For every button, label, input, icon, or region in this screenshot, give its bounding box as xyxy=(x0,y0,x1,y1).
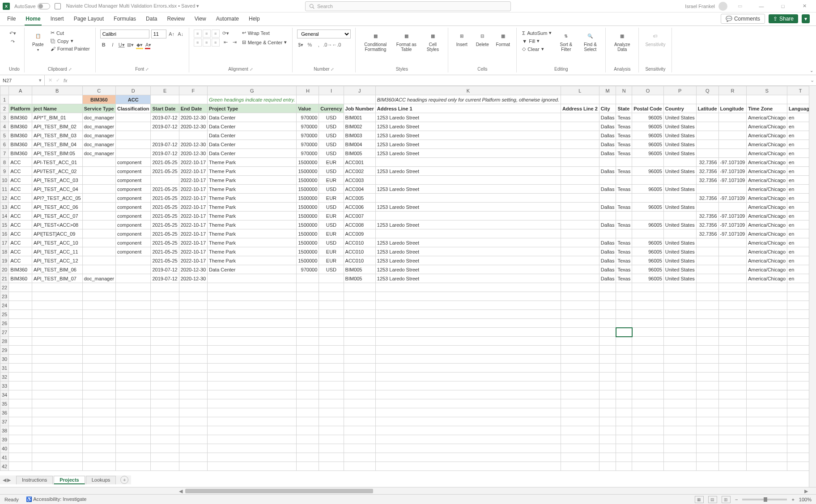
align-bottom-icon[interactable]: ≡ xyxy=(212,30,220,38)
cell[interactable] xyxy=(319,426,344,435)
cell[interactable] xyxy=(151,364,179,373)
cell[interactable]: -97.107109 xyxy=(718,220,747,229)
cell[interactable] xyxy=(82,256,115,265)
cell[interactable]: USD xyxy=(319,131,344,140)
decrease-indent-icon[interactable]: ⇤ xyxy=(222,38,230,46)
cell[interactable] xyxy=(663,373,696,381)
cell[interactable] xyxy=(32,399,82,408)
cell[interactable] xyxy=(115,328,151,337)
cell[interactable] xyxy=(179,453,207,462)
cell[interactable] xyxy=(208,337,297,346)
cell[interactable] xyxy=(82,355,115,364)
cell[interactable]: 1500000 xyxy=(297,247,319,256)
column-header-Q[interactable]: Q xyxy=(696,86,718,95)
cell[interactable]: 2022-10-17 xyxy=(179,158,207,167)
cell[interactable] xyxy=(9,453,32,462)
cell[interactable] xyxy=(561,390,599,399)
cell[interactable]: Dallas xyxy=(599,122,616,131)
cell[interactable]: doc_manager xyxy=(82,122,115,131)
cell[interactable]: America/Chicago xyxy=(747,256,787,265)
cell[interactable]: ACC xyxy=(115,95,151,104)
cell[interactable] xyxy=(696,462,718,471)
cell[interactable] xyxy=(718,426,747,435)
cell[interactable]: 1500000 xyxy=(297,185,319,194)
cell[interactable] xyxy=(632,417,664,426)
cell[interactable] xyxy=(115,283,151,292)
font-launcher-icon[interactable]: ⤢ xyxy=(145,67,149,72)
cell[interactable]: API_TEST_ACC_10 xyxy=(32,238,82,247)
cell[interactable]: component xyxy=(115,212,151,220)
cell[interactable] xyxy=(9,355,32,364)
cell[interactable] xyxy=(599,381,616,390)
cell[interactable]: ACC xyxy=(9,220,32,229)
select-all-corner[interactable] xyxy=(0,86,9,95)
cell[interactable] xyxy=(151,435,179,444)
cell[interactable] xyxy=(151,408,179,417)
cell[interactable]: Texas xyxy=(616,265,632,274)
cell[interactable] xyxy=(663,229,696,238)
cell[interactable] xyxy=(616,453,632,462)
column-header-G[interactable]: G xyxy=(208,86,297,95)
cell[interactable] xyxy=(696,131,718,140)
cell[interactable]: 970000 xyxy=(297,265,319,274)
cell[interactable] xyxy=(32,292,82,301)
cell[interactable] xyxy=(718,203,747,212)
cell[interactable] xyxy=(82,265,115,274)
cell[interactable]: ACC010 xyxy=(344,256,375,265)
cell[interactable] xyxy=(632,426,664,435)
row-header[interactable]: 32 xyxy=(0,373,9,381)
cell[interactable] xyxy=(696,355,718,364)
cell[interactable]: API?_TEST_ACC_05 xyxy=(32,194,82,203)
cell[interactable] xyxy=(599,346,616,355)
cell[interactable] xyxy=(599,283,616,292)
cell[interactable] xyxy=(115,408,151,417)
cell[interactable]: 970000 xyxy=(297,131,319,140)
cell[interactable]: BIM005 xyxy=(344,149,375,158)
cell[interactable]: API_TEST_BIM_07 xyxy=(32,274,82,283)
row-header[interactable]: 30 xyxy=(0,355,9,364)
cell[interactable] xyxy=(32,426,82,435)
row-header[interactable]: 17 xyxy=(0,238,9,247)
cell[interactable]: Texas xyxy=(616,220,632,229)
cell[interactable] xyxy=(561,220,599,229)
cell[interactable] xyxy=(696,364,718,373)
cell[interactable] xyxy=(718,381,747,390)
cell[interactable] xyxy=(632,301,664,310)
cell[interactable] xyxy=(208,399,297,408)
cell[interactable]: 1500000 xyxy=(297,167,319,176)
cell[interactable] xyxy=(561,247,599,256)
cell[interactable]: 1253 Laredo Street xyxy=(375,113,561,122)
row-header[interactable]: 14 xyxy=(0,212,9,220)
cell[interactable] xyxy=(561,435,599,444)
cell[interactable] xyxy=(561,373,599,381)
cell[interactable] xyxy=(718,346,747,355)
cell[interactable] xyxy=(297,435,319,444)
row-header[interactable]: 25 xyxy=(0,310,9,319)
cell[interactable]: 96005 xyxy=(632,274,664,283)
cell[interactable] xyxy=(179,337,207,346)
cell[interactable] xyxy=(561,399,599,408)
percent-icon[interactable]: % xyxy=(306,41,313,48)
cell[interactable]: United States xyxy=(663,274,696,283)
cell[interactable] xyxy=(375,346,561,355)
cell[interactable] xyxy=(179,435,207,444)
cell[interactable]: Theme Park xyxy=(208,176,297,185)
menu-tab-file[interactable]: File xyxy=(6,13,17,25)
cell[interactable] xyxy=(747,399,787,408)
cell[interactable] xyxy=(663,381,696,390)
row-header[interactable]: 15 xyxy=(0,220,9,229)
cell[interactable] xyxy=(561,95,599,104)
worksheet-grid[interactable]: ABCDEFGHIJKLMNOPQRSTU1BIM360ACCGreen hea… xyxy=(0,86,816,487)
cell[interactable]: ACC004 xyxy=(344,185,375,194)
cell[interactable]: USD xyxy=(319,167,344,176)
cell[interactable] xyxy=(718,417,747,426)
cell[interactable] xyxy=(632,373,664,381)
cell[interactable] xyxy=(663,283,696,292)
cell[interactable]: United States xyxy=(663,167,696,176)
cell[interactable] xyxy=(115,390,151,399)
cell[interactable] xyxy=(718,131,747,140)
cell[interactable] xyxy=(561,274,599,283)
cell[interactable] xyxy=(151,417,179,426)
cell[interactable]: America/Chicago xyxy=(747,122,787,131)
row-header[interactable]: 27 xyxy=(0,328,9,337)
